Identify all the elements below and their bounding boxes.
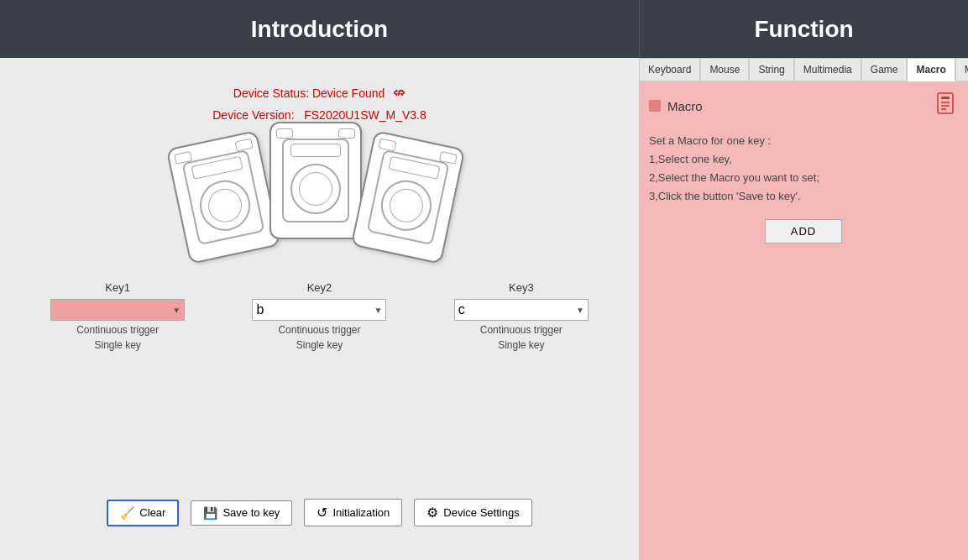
key3-arrow: ▼ — [576, 306, 584, 315]
tab-mouse[interactable]: Mouse — [700, 58, 749, 81]
usb-icon: ⇎ — [393, 83, 406, 102]
tab-midi[interactable]: MIDI — [955, 58, 968, 81]
instruction-line1: Set a Macro for one key : — [649, 132, 958, 150]
save-to-key-label: Save to key — [222, 506, 280, 519]
intro-panel: Device Status: Device Found ⇎ Device Ver… — [0, 58, 639, 560]
clear-button[interactable]: Clear — [107, 500, 179, 526]
device-settings-button[interactable]: Device Settings — [414, 499, 531, 526]
macro-instructions: Set a Macro for one key : 1,Select one k… — [649, 132, 958, 206]
intro-title: Introduction — [0, 0, 639, 58]
key2-value: b — [256, 302, 264, 317]
key2-dropdown[interactable]: b ▼ — [252, 299, 386, 321]
broom-icon — [120, 506, 134, 520]
function-tabs: Keyboard Mouse String Multimedia Game Ma… — [639, 58, 968, 81]
key3-sub2: Single key — [498, 339, 544, 351]
function-title: Function — [639, 0, 968, 58]
refresh-icon — [317, 505, 327, 521]
instruction-line4: 3,Click the button 'Save to key'. — [649, 187, 958, 206]
macro-label-row: Macro — [649, 99, 703, 113]
instruction-line3: 2,Select the Macro you want to set; — [649, 169, 958, 187]
device-version: Device Version: FS2020U1SW_M_V3.8 — [212, 108, 426, 122]
macro-indicator — [649, 100, 661, 112]
macro-title: Macro — [667, 99, 703, 113]
clear-label: Clear — [139, 506, 165, 519]
keyboard-illustration — [169, 122, 471, 256]
key3-sub1: Continuous trigger — [480, 324, 562, 336]
macro-content: Macro Set a Macro for one key : 1,Select… — [639, 81, 968, 560]
settings-icon — [426, 505, 438, 521]
key1-dropdown[interactable]: ▼ — [50, 299, 185, 321]
macro-header: Macro — [649, 92, 958, 120]
key1-sub1: Continuous trigger — [76, 324, 159, 336]
initialization-button[interactable]: Initialization — [304, 499, 402, 526]
key3-label: Key3 — [509, 281, 534, 294]
device-settings-label: Device Settings — [443, 506, 519, 519]
tab-string[interactable]: String — [749, 58, 793, 81]
add-button[interactable]: ADD — [765, 219, 842, 243]
key-card-right — [350, 130, 465, 264]
save-icon — [203, 506, 217, 520]
key3-group: Key3 c ▼ Continuous trigger Single key — [454, 281, 589, 351]
key2-sub2: Single key — [296, 339, 343, 351]
key2-sub1: Continuous trigger — [278, 324, 360, 336]
key-card-left — [165, 130, 280, 264]
instruction-line2: 1,Select one key, — [649, 150, 958, 169]
key3-value: c — [458, 302, 465, 317]
bottom-buttons: Clear Save to key Initialization Device … — [107, 499, 531, 543]
key2-label: Key2 — [307, 281, 332, 294]
key3-dropdown[interactable]: c ▼ — [454, 299, 589, 321]
tab-multimedia[interactable]: Multimedia — [794, 58, 861, 81]
initialization-label: Initialization — [332, 506, 390, 519]
key1-group: Key1 ▼ Continuous trigger Single key — [50, 281, 185, 351]
key1-arrow: ▼ — [172, 306, 181, 315]
device-status: Device Status: Device Found ⇎ — [233, 83, 406, 102]
key2-group: Key2 b ▼ Continuous trigger Single key — [252, 281, 386, 351]
tab-keyboard[interactable]: Keyboard — [639, 58, 700, 81]
key1-sub2: Single key — [94, 339, 140, 351]
tab-game[interactable]: Game — [861, 58, 908, 81]
key-card-center — [269, 122, 362, 239]
tab-macro[interactable]: Macro — [907, 58, 955, 81]
svg-rect-0 — [938, 93, 953, 113]
keys-section: Key1 ▼ Continuous trigger Single key Key… — [17, 281, 622, 351]
save-to-key-button[interactable]: Save to key — [191, 500, 292, 526]
macro-icon — [934, 92, 958, 120]
key1-label: Key1 — [105, 281, 130, 294]
function-panel: Keyboard Mouse String Multimedia Game Ma… — [639, 58, 968, 560]
key2-arrow: ▼ — [374, 306, 383, 315]
svg-rect-1 — [941, 97, 950, 99]
